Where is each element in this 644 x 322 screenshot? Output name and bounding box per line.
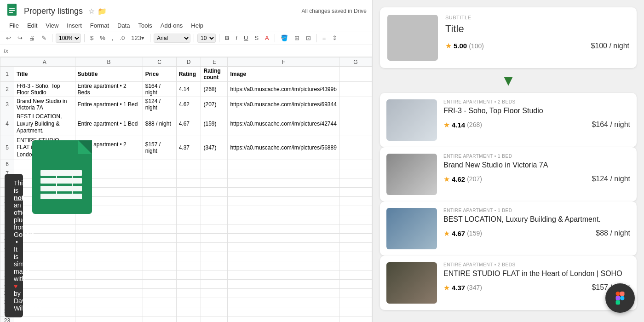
menu-format[interactable]: Format [86,21,113,30]
cell-6[interactable] [339,160,372,169]
cell-6[interactable] [201,160,228,169]
cell-b3[interactable]: Entire apartment • 1 Bed [75,97,143,112]
cell-6[interactable] [75,160,143,169]
cell-20[interactable] [201,288,228,298]
cell-e5[interactable]: (347) [201,136,228,160]
menu-help[interactable]: Help [187,21,207,30]
cell-19[interactable] [143,279,176,288]
cell-15[interactable] [228,242,339,252]
cell-10[interactable] [176,196,201,206]
cell-a3[interactable]: Brand New Studio in Victoria 7A [14,97,75,112]
cell-a2[interactable]: FRI-3 - Soho, Top Floor Studio [14,82,75,97]
cell-8[interactable] [176,178,201,187]
cell-15[interactable] [201,242,228,252]
cell-12[interactable] [143,215,176,224]
cell-23[interactable] [143,316,176,322]
cell-13[interactable] [201,224,228,233]
cell-g3[interactable] [339,97,372,112]
cell-15[interactable] [14,242,75,252]
cell-20[interactable] [14,288,75,298]
cell-e4[interactable]: (159) [201,112,228,136]
menu-view[interactable]: View [42,21,62,30]
undo-button[interactable]: ↩ [4,33,13,43]
cell-15[interactable] [75,242,143,252]
cell-g1[interactable] [339,67,372,82]
cell-21[interactable] [176,298,201,307]
cell-10[interactable] [339,196,372,206]
cell-e1[interactable]: Rating count [201,67,228,82]
cell-20[interactable] [228,288,339,298]
cell-11[interactable] [75,206,143,215]
decimal-inc-button[interactable]: 123▾ [129,33,147,43]
cell-8[interactable] [201,178,228,187]
decimal-dec-button[interactable]: .0 [117,33,127,43]
cell-e2[interactable]: (268) [201,82,228,97]
col-header-e[interactable]: E [201,58,228,67]
cell-18[interactable] [339,270,372,279]
cell-a5[interactable]: ENTIRE STUDIO FLAT in the Heart of Londo… [14,136,75,160]
cell-21[interactable] [228,298,339,307]
cell-g2[interactable] [339,82,372,97]
cell-b2[interactable]: Entire apartment • 2 Beds [75,82,143,97]
cell-8[interactable] [75,178,143,187]
comma-button[interactable]: , [109,33,116,43]
cell-10[interactable] [228,196,339,206]
menu-insert[interactable]: Insert [63,21,86,30]
cell-22[interactable] [228,307,339,316]
print-button[interactable]: 🖨 [27,33,37,43]
cell-21[interactable] [75,298,143,307]
cell-12[interactable] [201,215,228,224]
cell-14[interactable] [339,233,372,242]
cell-f2[interactable]: https://a0.muscache.com/im/pictures/4399… [228,82,339,97]
percent-button[interactable]: % [98,33,108,43]
cell-11[interactable] [176,206,201,215]
cell-9[interactable] [75,187,143,196]
cell-15[interactable] [176,242,201,252]
col-header-d[interactable]: D [176,58,201,67]
cell-8[interactable] [339,178,372,187]
cell-14[interactable] [228,233,339,242]
cell-16[interactable] [176,252,201,261]
cell-7[interactable] [143,169,176,178]
cell-18[interactable] [176,270,201,279]
cell-7[interactable] [228,169,339,178]
cell-10[interactable] [201,196,228,206]
cell-20[interactable] [176,288,201,298]
cell-23[interactable] [14,316,75,322]
cell-11[interactable] [339,206,372,215]
cell-17[interactable] [75,261,143,270]
cell-15[interactable] [143,242,176,252]
cell-f4[interactable]: https://a0.muscache.com/im/pictures/4274… [228,112,339,136]
cell-17[interactable] [176,261,201,270]
col-header-b[interactable]: B [75,58,143,67]
cell-23[interactable] [201,316,228,322]
cell-g5[interactable] [339,136,372,160]
cell-17[interactable] [143,261,176,270]
cell-19[interactable] [339,279,372,288]
cell-17[interactable] [201,261,228,270]
cell-22[interactable] [339,307,372,316]
formula-input[interactable] [11,47,368,54]
star-button[interactable]: ☆ [88,7,95,16]
cell-16[interactable] [339,252,372,261]
text-color-button[interactable]: A [263,33,271,43]
cell-d2[interactable]: 4.14 [176,82,201,97]
cell-18[interactable] [228,270,339,279]
cell-f5[interactable]: https://a0.muscache.com/im/pictures/5688… [228,136,339,160]
cell-23[interactable] [228,316,339,322]
currency-button[interactable]: $ [88,33,96,43]
cell-20[interactable] [143,288,176,298]
menu-file[interactable]: File [6,21,23,30]
font-select[interactable]: Arial [154,34,190,43]
cell-19[interactable] [75,279,143,288]
cell-f3[interactable]: https://a0.muscache.com/im/pictures/6934… [228,97,339,112]
cell-b1[interactable]: Subtitle [75,67,143,82]
cell-9[interactable] [201,187,228,196]
cell-7[interactable] [176,169,201,178]
cell-23[interactable] [339,316,372,322]
cell-10[interactable] [75,196,143,206]
cell-14[interactable] [75,233,143,242]
cell-15[interactable] [339,242,372,252]
cell-9[interactable] [176,187,201,196]
cell-c2[interactable]: $164 / night [143,82,176,97]
